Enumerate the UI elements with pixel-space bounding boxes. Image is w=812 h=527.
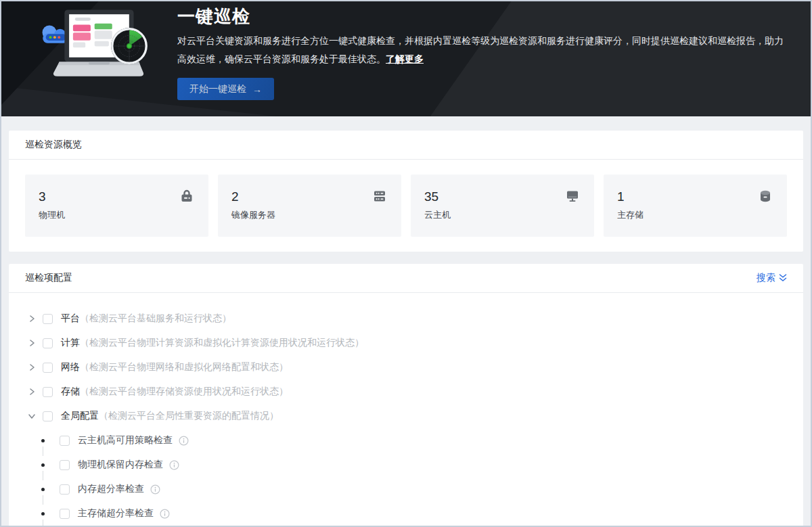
item-checkbox[interactable] [60,484,70,495]
search-label: 搜索 [757,272,775,284]
tree-category-platform: 平台 （检测云平台基础服务和运行状态） [28,306,787,331]
stat-value: 2 [231,189,386,204]
category-checkbox[interactable] [43,387,53,397]
double-chevron-down-icon [779,274,787,282]
resource-card-primary-storage: 1 主存储 [604,175,787,237]
inspection-config-panel: 巡检项配置 搜索 平台 （检测云平台基础服务和运行状态） [9,264,803,527]
page: 一键巡检 对云平台关键资源和服务进行全方位一键式健康检查，并根据内置巡检等级为巡… [0,0,812,527]
resource-card-cloud-host: 35 云主机 [411,175,594,237]
resource-cards: 3 物理机 2 镜像服务器 [9,160,803,237]
bullet-icon [41,439,45,442]
tree-category-compute: 计算 （检测云平台物理计算资源和虚拟化计算资源使用状况和运行状态） [28,331,787,355]
item-name: 主存储超分率检查 [78,507,154,520]
stat-label: 云主机 [424,209,579,221]
hero-banner: 一键巡检 对云平台关键资源和服务进行全方位一键式健康检查，并根据内置巡检等级为巡… [1,1,811,116]
resource-overview-panel: 巡检资源概览 3 物理机 2 镜像服务器 [9,131,803,252]
tree-item-vm-ha-check: 云主机高可用策略检查 [28,428,787,453]
tree-item-memory-overcommit-check: 内存超分率检查 [28,477,787,501]
tree-guide-line [43,520,43,527]
resource-card-image-server: 2 镜像服务器 [218,175,401,237]
item-checkbox[interactable] [60,509,70,519]
hero-description: 对云平台关键资源和服务进行全方位一键式健康检查，并根据内置巡检等级为巡检资源和服… [177,32,790,68]
start-inspection-label: 开始一键巡检 [189,83,246,95]
search-toggle[interactable]: 搜索 [757,272,787,284]
stat-value: 3 [39,189,194,204]
stat-label: 主存储 [617,209,772,221]
page-title: 一键巡检 [177,4,790,28]
info-icon[interactable] [169,460,179,470]
category-checkbox[interactable] [43,363,53,373]
resource-card-physical-machine: 3 物理机 [25,175,208,237]
category-description: （检测云平台物理存储资源使用状况和运行状态） [80,386,288,398]
category-description: （检测云平台物理网络和虚拟化网络配置和状态） [80,361,288,373]
category-name: 全局配置 [61,410,99,422]
chevron-down-icon[interactable] [28,411,37,421]
category-name: 网络 [61,361,80,373]
inspection-illustration [39,8,158,86]
item-name: 物理机保留内存检查 [78,459,163,471]
tree-category-storage: 存储 （检测云平台物理存储资源使用状况和运行状态） [28,380,787,404]
chevron-right-icon[interactable] [28,338,37,348]
category-name: 平台 [61,313,80,325]
stat-label: 镜像服务器 [231,209,386,221]
chevron-right-icon[interactable] [28,363,37,372]
inspection-config-title: 巡检项配置 [25,272,72,284]
item-checkbox[interactable] [60,436,70,446]
inspection-config-header: 巡检项配置 搜索 [9,264,803,293]
bullet-icon [41,488,45,491]
hero-content: 一键巡检 对云平台关键资源和服务进行全方位一键式健康检查，并根据内置巡检等级为巡… [177,1,790,100]
info-icon[interactable] [160,509,170,519]
start-inspection-button[interactable]: 开始一键巡检 → [177,78,274,100]
bullet-icon [41,463,45,467]
info-icon[interactable] [179,436,189,446]
category-name: 计算 [61,337,80,349]
tree-item-host-reserved-memory-check: 物理机保留内存检查 [28,453,787,477]
category-description: （检测云平台基础服务和运行状态） [80,313,231,325]
item-name: 云主机高可用策略检查 [78,434,173,446]
tree-category-global-config: 全局配置 （检测云平台全局性重要资源的配置情况） [28,404,787,428]
bullet-icon [41,512,45,515]
inspection-tree: 平台 （检测云平台基础服务和运行状态） 计算 （检测云平台物理计算资源和虚拟化计… [9,293,803,526]
arrow-right-icon: → [252,84,262,95]
item-name: 内存超分率检查 [78,483,144,495]
physical-machine-icon [179,188,195,204]
category-description: （检测云平台全局性重要资源的配置情况） [99,410,279,422]
category-name: 存储 [61,386,80,398]
tree-item-primary-storage-overcommit-check: 主存储超分率检查 [28,501,787,526]
learn-more-link[interactable]: 了解更多 [386,53,424,64]
item-checkbox[interactable] [60,460,70,470]
resource-overview-header: 巡检资源概览 [9,131,803,160]
resource-overview-title: 巡检资源概览 [25,139,82,151]
category-description: （检测云平台物理计算资源和虚拟化计算资源使用状况和运行状态） [80,337,364,349]
image-server-icon [371,188,388,204]
primary-storage-icon [757,188,773,204]
cloud-host-icon [564,188,581,204]
hero-description-text: 对云平台关键资源和服务进行全方位一键式健康检查，并根据内置巡检等级为巡检资源和服… [177,35,784,64]
tree-category-network: 网络 （检测云平台物理网络和虚拟化网络配置和状态） [28,355,787,380]
stat-value: 1 [617,189,772,204]
stat-label: 物理机 [39,209,194,221]
category-checkbox[interactable] [43,314,53,324]
info-icon[interactable] [150,484,160,495]
stat-value: 35 [424,189,579,204]
chevron-right-icon[interactable] [28,314,37,323]
category-checkbox[interactable] [43,338,53,348]
category-checkbox[interactable] [43,411,53,421]
chevron-right-icon[interactable] [28,387,37,396]
radar-icon [110,27,148,65]
